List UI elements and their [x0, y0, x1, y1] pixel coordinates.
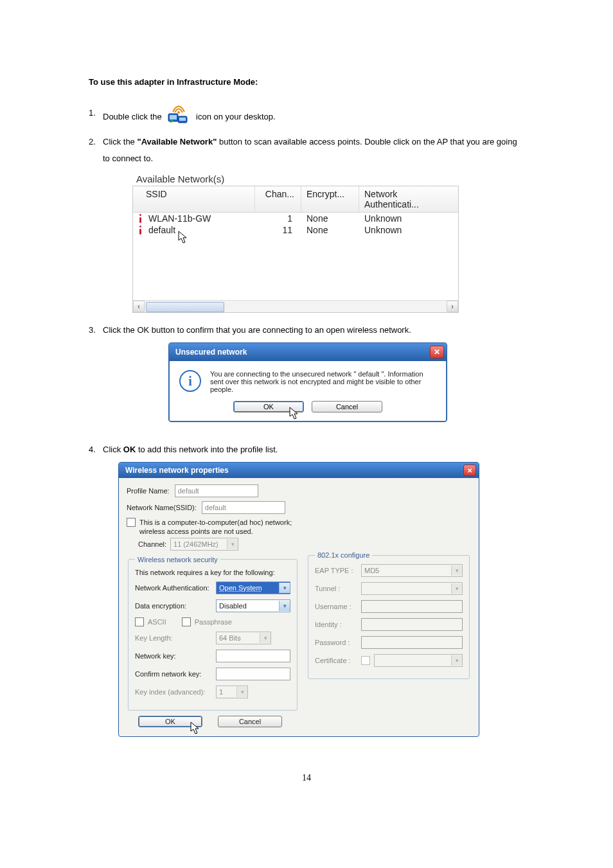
network-info-icon [137, 214, 145, 223]
ssid-input[interactable]: default [202, 501, 285, 514]
data-enc-select[interactable]: Disabled ▾ [216, 599, 290, 612]
unsecured-network-dialog: Unsecured network ✕ i You are connecting… [168, 342, 447, 422]
channel-select: 11 (2462MHz) ▾ [170, 538, 238, 551]
scroll-left-icon[interactable]: ‹ [133, 301, 145, 312]
data-enc-label: Data encryption: [135, 602, 212, 610]
keyidx-select: 1 ▾ [216, 686, 248, 698]
step4-text-b: to add this network into the profile lis… [138, 445, 278, 454]
table-row[interactable]: default 11 None Unknown [133, 224, 458, 236]
wireless-utility-icon [168, 105, 190, 130]
table-row[interactable]: WLAN-11b-GW 1 None Unknown [133, 213, 458, 224]
chevron-down-icon: ▾ [279, 601, 290, 611]
wireless-security-group: Wireless network security This network r… [128, 556, 298, 711]
tunnel-select: ▾ [361, 582, 463, 595]
cursor-icon [289, 407, 299, 420]
close-button[interactable]: ✕ [430, 346, 444, 359]
step-number: 3. [89, 322, 103, 339]
svg-point-4 [177, 111, 180, 114]
identity-label: Identity : [315, 621, 357, 628]
username-input [361, 600, 463, 613]
net-auth-label: Network Authentication: [135, 584, 212, 592]
chevron-down-icon: ▾ [451, 583, 462, 594]
step2-bold: "Available Network" [137, 137, 217, 146]
certificate-label: Certificate : [315, 657, 357, 664]
8021x-configure-group: 802.1x configure EAP TYPE : MD5 ▾ Tunnel… [308, 551, 470, 679]
svg-rect-3 [179, 118, 186, 121]
cancel-label: Cancel [239, 718, 261, 725]
close-button[interactable]: ✕ [463, 465, 476, 476]
col-header-ssid[interactable]: SSID [133, 186, 255, 213]
security-legend: Wireless network security [135, 556, 220, 563]
channel-value: 11 (2462MHz) [173, 540, 227, 548]
security-text: This network requires a key for the foll… [135, 569, 290, 576]
encrypt: None [301, 224, 359, 236]
svg-rect-6 [139, 217, 141, 223]
scroll-thumb[interactable] [146, 302, 224, 312]
svg-rect-5 [139, 214, 141, 216]
page-number: 14 [89, 773, 524, 783]
keylen-value: 64 Bits [219, 634, 260, 642]
eap-type-select: MD5 ▾ [361, 564, 463, 577]
ssid: default [148, 225, 175, 235]
net-auth-select[interactable]: Open System ▾ [216, 581, 290, 594]
cancel-button[interactable]: Cancel [218, 716, 282, 727]
identity-input [361, 618, 463, 631]
tunnel-label: Tunnel : [315, 585, 357, 592]
profile-name-input[interactable]: default [175, 484, 258, 497]
col-header-channel[interactable]: Chan... [255, 186, 301, 213]
svg-rect-7 [139, 226, 141, 227]
step-1: 1. Double click the icon on your desktop… [89, 105, 524, 130]
cursor-icon [190, 722, 200, 734]
wireless-properties-dialog: Wireless network properties ✕ Profile Na… [118, 462, 479, 737]
step-number: 2. [89, 134, 103, 167]
svg-rect-1 [170, 115, 177, 120]
adhoc-checkbox[interactable] [127, 518, 136, 527]
netkey-label: Network key: [135, 652, 212, 660]
chevron-down-icon: ▾ [279, 583, 290, 593]
confirmkey-label: Confirm network key: [135, 670, 212, 678]
step4-text-a: Click [103, 445, 123, 454]
net-auth-value: Open System [219, 584, 279, 592]
chevron-down-icon: ▾ [451, 565, 462, 576]
step-number: 1. [89, 105, 103, 130]
chevron-down-icon: ▾ [260, 633, 271, 643]
col-header-auth[interactable]: Network Authenticati... [359, 186, 458, 213]
ssid: WLAN-11b-GW [148, 213, 211, 224]
cancel-button[interactable]: Cancel [312, 401, 382, 412]
password-label: Password : [315, 639, 357, 646]
step2-text-a: Click the [103, 137, 137, 146]
password-input [361, 636, 463, 649]
certificate-checkbox [361, 656, 370, 665]
col-header-encrypt[interactable]: Encrypt... [301, 186, 359, 213]
channel: 11 [255, 224, 301, 236]
step4-bold: OK [123, 445, 136, 454]
ok-label: OK [263, 403, 274, 411]
dialog-title: Wireless network properties [125, 466, 229, 475]
confirmkey-input[interactable] [216, 668, 290, 680]
channel: 1 [255, 213, 301, 224]
available-networks-table[interactable]: SSID Chan... Encrypt... Network Authenti… [132, 186, 459, 313]
ascii-checkbox [135, 617, 144, 626]
8021x-legend: 802.1x configure [315, 551, 372, 559]
available-networks-panel: Available Network(s) SSID Chan... Encryp… [132, 171, 459, 313]
passphrase-checkbox [182, 617, 191, 626]
chevron-down-icon: ▾ [236, 687, 247, 697]
ok-button[interactable]: OK [138, 716, 202, 727]
keyidx-value: 1 [219, 688, 236, 696]
passphrase-label: Passphrase [195, 618, 232, 626]
eap-type-value: MD5 [364, 567, 451, 574]
scroll-right-icon[interactable]: › [447, 301, 458, 312]
step1-text-b: icon on your desktop. [196, 112, 276, 121]
chevron-down-icon: ▾ [227, 539, 238, 549]
cancel-label: Cancel [336, 403, 358, 411]
step-number: 4. [89, 441, 103, 458]
info-icon: i [179, 370, 201, 392]
horizontal-scrollbar[interactable]: ‹ › [133, 300, 458, 312]
step-4: 4. Click OK to add this network into the… [89, 441, 524, 458]
ok-button[interactable]: OK [233, 401, 304, 412]
netkey-input[interactable] [216, 650, 290, 662]
step3-text: Click the OK button to confirm that you … [103, 322, 524, 339]
username-label: Username : [315, 603, 357, 610]
available-networks-title: Available Network(s) [132, 171, 459, 186]
dialog-title: Unsecured network [175, 348, 247, 357]
